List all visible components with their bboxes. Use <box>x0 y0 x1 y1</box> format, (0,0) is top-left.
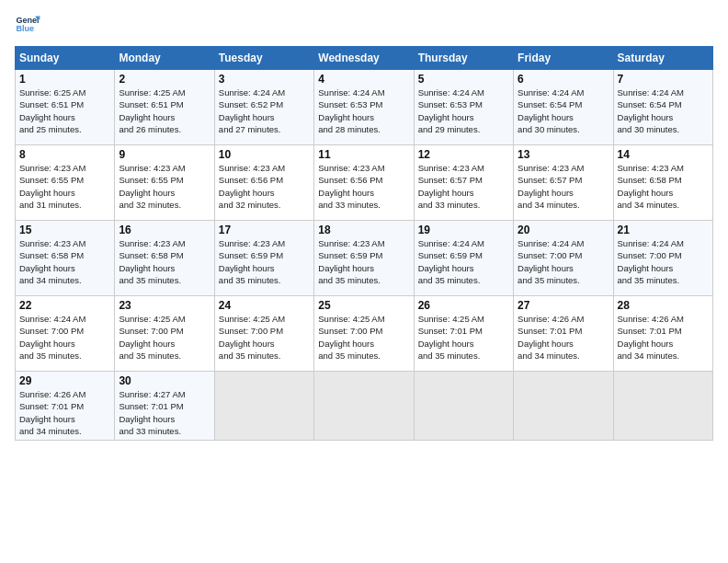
calendar-cell <box>314 372 414 441</box>
day-number: 1 <box>19 73 110 86</box>
week-row-4: 22Sunrise: 4:24 AMSunset: 7:00 PMDayligh… <box>16 296 713 372</box>
day-info: Sunrise: 6:25 AMSunset: 6:51 PMDaylight … <box>19 86 110 135</box>
day-info: Sunrise: 4:24 AMSunset: 7:00 PMDaylight … <box>518 237 609 286</box>
day-number: 24 <box>219 299 310 312</box>
week-row-2: 8Sunrise: 4:23 AMSunset: 6:55 PMDaylight… <box>16 145 713 221</box>
calendar-cell: 16Sunrise: 4:23 AMSunset: 6:58 PMDayligh… <box>115 221 214 296</box>
day-number: 16 <box>119 224 210 236</box>
calendar-cell: 8Sunrise: 4:23 AMSunset: 6:55 PMDaylight… <box>16 145 115 221</box>
calendar-cell: 22Sunrise: 4:24 AMSunset: 7:00 PMDayligh… <box>16 296 115 372</box>
calendar-cell: 20Sunrise: 4:24 AMSunset: 7:00 PMDayligh… <box>514 221 613 296</box>
day-number: 3 <box>219 73 310 86</box>
day-number: 22 <box>19 299 110 312</box>
day-info: Sunrise: 4:23 AMSunset: 6:58 PMDaylight … <box>618 162 709 211</box>
day-info: Sunrise: 4:25 AMSunset: 6:51 PMDaylight … <box>119 86 210 135</box>
day-number: 25 <box>318 299 409 312</box>
day-number: 17 <box>219 224 310 236</box>
logo: General Blue <box>15 11 40 37</box>
calendar-cell: 17Sunrise: 4:23 AMSunset: 6:59 PMDayligh… <box>214 221 313 296</box>
calendar-cell: 9Sunrise: 4:23 AMSunset: 6:55 PMDaylight… <box>115 145 214 221</box>
weekday-header-row: SundayMondayTuesdayWednesdayThursdayFrid… <box>16 47 713 70</box>
day-info: Sunrise: 4:24 AMSunset: 6:54 PMDaylight … <box>618 86 709 135</box>
logo-icon: General Blue <box>15 11 40 37</box>
day-info: Sunrise: 4:23 AMSunset: 6:59 PMDaylight … <box>219 237 310 286</box>
calendar-cell: 28Sunrise: 4:26 AMSunset: 7:01 PMDayligh… <box>613 296 712 372</box>
calendar-cell: 19Sunrise: 4:24 AMSunset: 6:59 PMDayligh… <box>414 221 513 296</box>
calendar-cell <box>514 372 613 441</box>
day-info: Sunrise: 4:24 AMSunset: 6:53 PMDaylight … <box>318 86 409 135</box>
day-number: 10 <box>219 148 310 161</box>
weekday-header-thursday: Thursday <box>414 47 513 70</box>
day-number: 18 <box>318 224 409 236</box>
page-header: General Blue <box>15 11 713 37</box>
day-number: 2 <box>119 73 210 86</box>
calendar-cell: 15Sunrise: 4:23 AMSunset: 6:58 PMDayligh… <box>16 221 115 296</box>
day-number: 7 <box>618 73 709 86</box>
calendar-cell: 10Sunrise: 4:23 AMSunset: 6:56 PMDayligh… <box>214 145 313 221</box>
day-info: Sunrise: 4:24 AMSunset: 7:00 PMDaylight … <box>618 237 709 286</box>
calendar-table: SundayMondayTuesdayWednesdayThursdayFrid… <box>15 46 713 441</box>
calendar-cell: 6Sunrise: 4:24 AMSunset: 6:54 PMDaylight… <box>514 70 613 145</box>
day-info: Sunrise: 4:23 AMSunset: 6:55 PMDaylight … <box>119 162 210 211</box>
day-number: 23 <box>119 299 210 312</box>
day-number: 27 <box>518 299 609 312</box>
day-info: Sunrise: 4:24 AMSunset: 7:00 PMDaylight … <box>19 313 110 362</box>
calendar-cell: 21Sunrise: 4:24 AMSunset: 7:00 PMDayligh… <box>613 221 712 296</box>
calendar-cell: 2Sunrise: 4:25 AMSunset: 6:51 PMDaylight… <box>115 70 214 145</box>
calendar-cell: 14Sunrise: 4:23 AMSunset: 6:58 PMDayligh… <box>613 145 712 221</box>
calendar-cell: 3Sunrise: 4:24 AMSunset: 6:52 PMDaylight… <box>214 70 313 145</box>
day-info: Sunrise: 4:24 AMSunset: 6:59 PMDaylight … <box>418 237 509 286</box>
day-number: 30 <box>119 374 210 387</box>
day-number: 6 <box>518 73 609 86</box>
calendar-cell: 13Sunrise: 4:23 AMSunset: 6:57 PMDayligh… <box>514 145 613 221</box>
day-number: 8 <box>19 148 110 161</box>
day-number: 12 <box>418 148 509 161</box>
day-info: Sunrise: 4:26 AMSunset: 7:01 PMDaylight … <box>618 313 709 362</box>
day-info: Sunrise: 4:26 AMSunset: 7:01 PMDaylight … <box>518 313 609 362</box>
day-info: Sunrise: 4:25 AMSunset: 7:01 PMDaylight … <box>418 313 509 362</box>
day-info: Sunrise: 4:24 AMSunset: 6:52 PMDaylight … <box>219 86 310 135</box>
day-info: Sunrise: 4:23 AMSunset: 6:56 PMDaylight … <box>219 162 310 211</box>
day-info: Sunrise: 4:23 AMSunset: 6:57 PMDaylight … <box>418 162 509 211</box>
calendar-cell: 5Sunrise: 4:24 AMSunset: 6:53 PMDaylight… <box>414 70 513 145</box>
day-info: Sunrise: 4:23 AMSunset: 6:57 PMDaylight … <box>518 162 609 211</box>
day-number: 13 <box>518 148 609 161</box>
calendar-cell: 1Sunrise: 6:25 AMSunset: 6:51 PMDaylight… <box>16 70 115 145</box>
day-info: Sunrise: 4:25 AMSunset: 7:00 PMDaylight … <box>119 313 210 362</box>
calendar-cell: 12Sunrise: 4:23 AMSunset: 6:57 PMDayligh… <box>414 145 513 221</box>
day-number: 5 <box>418 73 509 86</box>
calendar-cell: 24Sunrise: 4:25 AMSunset: 7:00 PMDayligh… <box>214 296 313 372</box>
week-row-5: 29Sunrise: 4:26 AMSunset: 7:01 PMDayligh… <box>16 372 713 441</box>
weekday-header-friday: Friday <box>514 47 613 70</box>
day-info: Sunrise: 4:26 AMSunset: 7:01 PMDaylight … <box>19 388 110 437</box>
calendar-cell: 4Sunrise: 4:24 AMSunset: 6:53 PMDaylight… <box>314 70 414 145</box>
day-info: Sunrise: 4:23 AMSunset: 6:58 PMDaylight … <box>19 237 110 286</box>
weekday-header-saturday: Saturday <box>613 47 712 70</box>
calendar-cell: 25Sunrise: 4:25 AMSunset: 7:00 PMDayligh… <box>314 296 414 372</box>
week-row-3: 15Sunrise: 4:23 AMSunset: 6:58 PMDayligh… <box>16 221 713 296</box>
weekday-header-wednesday: Wednesday <box>314 47 414 70</box>
weekday-header-tuesday: Tuesday <box>214 47 313 70</box>
week-row-1: 1Sunrise: 6:25 AMSunset: 6:51 PMDaylight… <box>16 70 713 145</box>
day-info: Sunrise: 4:23 AMSunset: 6:55 PMDaylight … <box>19 162 110 211</box>
day-number: 15 <box>19 224 110 236</box>
day-number: 9 <box>119 148 210 161</box>
calendar-cell: 27Sunrise: 4:26 AMSunset: 7:01 PMDayligh… <box>514 296 613 372</box>
day-number: 20 <box>518 224 609 236</box>
day-number: 29 <box>19 374 110 387</box>
day-number: 14 <box>618 148 709 161</box>
calendar-cell <box>414 372 513 441</box>
calendar-cell: 26Sunrise: 4:25 AMSunset: 7:01 PMDayligh… <box>414 296 513 372</box>
calendar-cell <box>214 372 313 441</box>
day-info: Sunrise: 4:27 AMSunset: 7:01 PMDaylight … <box>119 388 210 437</box>
day-number: 21 <box>618 224 709 236</box>
day-number: 28 <box>618 299 709 312</box>
day-number: 19 <box>418 224 509 236</box>
day-info: Sunrise: 4:23 AMSunset: 6:56 PMDaylight … <box>318 162 409 211</box>
day-number: 11 <box>318 148 409 161</box>
calendar-cell: 23Sunrise: 4:25 AMSunset: 7:00 PMDayligh… <box>115 296 214 372</box>
calendar-cell: 11Sunrise: 4:23 AMSunset: 6:56 PMDayligh… <box>314 145 414 221</box>
calendar-cell: 7Sunrise: 4:24 AMSunset: 6:54 PMDaylight… <box>613 70 712 145</box>
day-info: Sunrise: 4:25 AMSunset: 7:00 PMDaylight … <box>318 313 409 362</box>
day-info: Sunrise: 4:23 AMSunset: 6:59 PMDaylight … <box>318 237 409 286</box>
